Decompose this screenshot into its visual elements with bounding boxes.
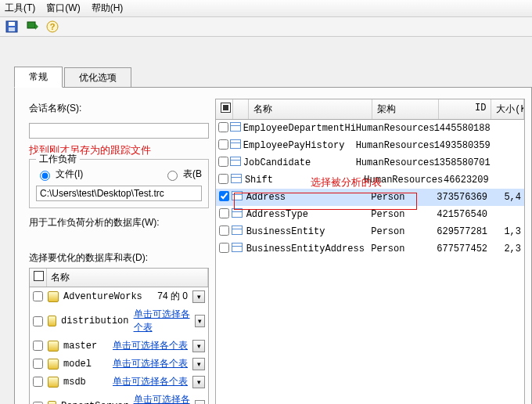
session-label: 会话名称(S): bbox=[29, 102, 209, 115]
table-row-checkbox[interactable] bbox=[218, 139, 228, 150]
db-head-name[interactable]: 名称 bbox=[47, 269, 208, 287]
svg-rect-3 bbox=[27, 22, 35, 28]
db-row-checkbox[interactable] bbox=[33, 377, 43, 387]
db-select-tables-link[interactable]: 单击可选择各个表 bbox=[134, 308, 191, 334]
table-row[interactable]: BusinessEntity Person 629577281 1,3 bbox=[216, 223, 524, 240]
tab-page-general: 会话名称(S): 找到刚才另存为的跟踪文件 工作负荷 文件(I) 表(B bbox=[14, 87, 532, 404]
save-icon[interactable] bbox=[5, 20, 19, 34]
table-row[interactable]: BusinessEntityAddress Person 677577452 2… bbox=[216, 240, 524, 258]
table-schema: HumanResources bbox=[356, 157, 434, 168]
db-row-checkbox[interactable] bbox=[33, 359, 43, 369]
col-id[interactable]: ID bbox=[439, 99, 492, 119]
table-icon bbox=[232, 208, 243, 218]
database-icon bbox=[48, 401, 56, 404]
db-select-tables-link[interactable]: 单击可选择各个表 bbox=[134, 393, 191, 404]
table-id: 1358580701 bbox=[434, 157, 495, 168]
table-row[interactable]: JobCandidate HumanResources 1358580701 bbox=[216, 154, 524, 171]
workload-path-input[interactable] bbox=[36, 186, 202, 201]
dropdown-arrow-icon[interactable]: ▾ bbox=[192, 376, 205, 388]
table-row-checkbox[interactable] bbox=[219, 191, 229, 201]
table-name: JobCandidate bbox=[243, 157, 356, 168]
database-icon bbox=[48, 341, 59, 352]
db-row[interactable]: distribution 单击可选择各个表 ▾ bbox=[30, 305, 208, 337]
table-row-checkbox[interactable] bbox=[218, 157, 228, 167]
db-row[interactable]: ReportServer 单击可选择各个表 ▾ bbox=[30, 391, 208, 404]
table-schema: Person bbox=[371, 226, 437, 237]
analysis-db-label: 用于工作负荷分析的数据库(W): bbox=[29, 216, 209, 229]
session-name-input[interactable] bbox=[29, 123, 209, 139]
svg-rect-1 bbox=[9, 22, 15, 26]
table-row[interactable]: EmployeePayHistory HumanResources 149358… bbox=[216, 137, 524, 154]
col-size[interactable]: 大小(KB bbox=[491, 99, 524, 119]
table-name: EmployeePayHistory bbox=[243, 140, 356, 151]
table-name: Address bbox=[246, 192, 372, 203]
table-size: 5,4 bbox=[492, 192, 524, 203]
table-row-checkbox[interactable] bbox=[219, 208, 229, 218]
dropdown-arrow-icon[interactable]: ▾ bbox=[195, 400, 205, 404]
database-icon bbox=[48, 291, 59, 302]
header-checkbox-icon[interactable] bbox=[221, 103, 231, 113]
table-icon bbox=[230, 122, 241, 132]
radio-table[interactable]: 表(B bbox=[164, 168, 202, 181]
menu-tools[interactable]: 工具(T) bbox=[5, 2, 35, 15]
db-row[interactable]: msdb 单击可选择各个表 ▾ bbox=[30, 373, 208, 391]
db-row[interactable]: AdventureWorks 74 的 0 ▾ bbox=[30, 287, 208, 305]
help-icon[interactable]: ? bbox=[45, 20, 59, 34]
table-icon bbox=[232, 225, 243, 235]
tables-header: 名称 架构 ID 大小(KB bbox=[215, 99, 525, 120]
svg-rect-2 bbox=[9, 27, 15, 31]
table-icon bbox=[230, 157, 241, 166]
table-row-checkbox[interactable] bbox=[219, 243, 229, 253]
db-row-checkbox[interactable] bbox=[33, 316, 43, 326]
table-icon bbox=[230, 139, 241, 149]
table-id: 373576369 bbox=[437, 192, 492, 203]
db-row-checkbox[interactable] bbox=[33, 291, 43, 301]
db-row-checkbox[interactable] bbox=[33, 341, 43, 351]
radio-file[interactable]: 文件(I) bbox=[36, 168, 83, 181]
table-name: BusinessEntityAddress bbox=[246, 243, 372, 254]
db-row[interactable]: model 单击可选择各个表 ▾ bbox=[30, 355, 208, 373]
menu-help[interactable]: 帮助(H) bbox=[92, 2, 124, 15]
table-row-checkbox[interactable] bbox=[218, 122, 228, 132]
header-checkbox-icon[interactable] bbox=[34, 271, 44, 281]
tabstrip: 常规 优化选项 bbox=[14, 67, 532, 88]
connect-icon[interactable] bbox=[25, 20, 39, 34]
dropdown-arrow-icon[interactable]: ▾ bbox=[195, 315, 205, 327]
table-row[interactable]: AddressType Person 421576540 bbox=[216, 206, 524, 223]
database-icon bbox=[48, 377, 59, 388]
radio-table-input[interactable] bbox=[167, 171, 178, 181]
table-size: 2,3 bbox=[492, 243, 524, 254]
radio-file-input[interactable] bbox=[40, 171, 50, 181]
table-id: 1493580359 bbox=[434, 140, 495, 151]
dropdown-arrow-icon[interactable]: ▾ bbox=[192, 358, 205, 370]
db-row-checkbox[interactable] bbox=[33, 402, 43, 405]
menu-window[interactable]: 窗口(W) bbox=[46, 2, 80, 15]
table-schema: HumanResources bbox=[356, 123, 434, 134]
table-id: 1445580188 bbox=[434, 123, 495, 134]
col-schema[interactable]: 架构 bbox=[372, 99, 438, 119]
table-row[interactable]: EmployeeDepartmentHistory HumanResources… bbox=[216, 120, 524, 137]
table-id: 46623209 bbox=[442, 175, 493, 186]
col-name[interactable]: 名称 bbox=[249, 99, 372, 119]
db-row[interactable]: master 单击可选择各个表 ▾ bbox=[30, 337, 208, 355]
tab-optimize[interactable]: 优化选项 bbox=[64, 67, 131, 88]
db-name: distribution bbox=[61, 316, 128, 326]
table-row[interactable]: Address Person 373576369 5,4 bbox=[216, 189, 524, 206]
db-name: AdventureWorks bbox=[63, 291, 153, 302]
db-select-tables-link[interactable]: 单击可选择各个表 bbox=[113, 375, 188, 388]
table-icon bbox=[232, 243, 243, 252]
table-row-checkbox[interactable] bbox=[218, 174, 228, 184]
workload-group: 工作负荷 文件(I) 表(B bbox=[29, 159, 209, 208]
table-row-checkbox[interactable] bbox=[219, 225, 229, 236]
database-icon bbox=[48, 316, 56, 326]
database-icon bbox=[48, 359, 59, 370]
db-select-tables-link[interactable]: 单击可选择各个表 bbox=[113, 339, 188, 352]
db-select-tables-link[interactable]: 单击可选择各个表 bbox=[113, 357, 188, 370]
dropdown-arrow-icon[interactable]: ▾ bbox=[192, 290, 205, 303]
optimize-targets-label: 选择要优化的数据库和表(D): bbox=[29, 251, 209, 265]
dropdown-arrow-icon[interactable]: ▾ bbox=[192, 340, 205, 352]
svg-marker-4 bbox=[35, 23, 38, 30]
tables-body: EmployeeDepartmentHistory HumanResources… bbox=[215, 120, 525, 404]
table-name: BusinessEntity bbox=[246, 226, 372, 237]
tab-general[interactable]: 常规 bbox=[14, 67, 63, 88]
